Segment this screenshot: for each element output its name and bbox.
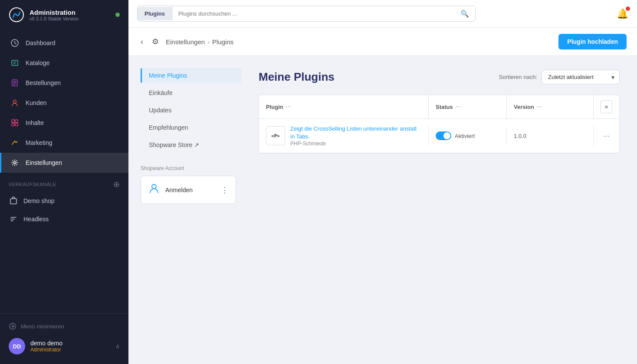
col-dots-version: ··· bbox=[537, 104, 542, 110]
panel-title: Meine Plugins bbox=[259, 70, 335, 84]
account-card: Anmelden ⋮ bbox=[141, 176, 236, 204]
inhalte-icon bbox=[10, 118, 20, 128]
plugin-name[interactable]: Zeigt die CrossSelling Listen untereinan… bbox=[290, 125, 421, 141]
col-dots-plugin: ··· bbox=[286, 104, 292, 110]
breadcrumb-parent[interactable]: Einstellungen bbox=[166, 38, 205, 46]
sidebar-item-bestellungen[interactable]: Bestellungen bbox=[0, 73, 128, 93]
version-text: 1.0.0 bbox=[514, 133, 526, 139]
left-nav-einkaufe[interactable]: Einkäufe bbox=[141, 85, 241, 100]
breadcrumb-current: Plugins bbox=[212, 38, 233, 46]
minimize-label: Menü minimieren bbox=[21, 323, 64, 330]
shopware-account-section: Shopware Account Anmelden ⋮ bbox=[141, 165, 241, 204]
sort-row: Sortieren nach: Zuletzt aktualisiert Nam… bbox=[499, 70, 620, 84]
sidebar-item-headless[interactable]: Headless bbox=[0, 210, 128, 228]
status-cell: Aktiviert bbox=[428, 125, 506, 146]
notification-badge bbox=[626, 7, 630, 11]
upload-plugin-button[interactable]: Plugin hochladen bbox=[558, 34, 627, 49]
sidebar-item-demo-shop[interactable]: Demo shop bbox=[0, 192, 128, 210]
app-version: v6.3.1.0 Stable Version bbox=[30, 16, 79, 21]
account-menu-btn[interactable]: ⋮ bbox=[221, 185, 229, 195]
notifications-bell[interactable]: 🔔 bbox=[617, 8, 628, 20]
sort-label: Sortieren nach: bbox=[499, 74, 537, 80]
search-input[interactable] bbox=[172, 7, 454, 20]
sidebar-footer: Menü minimieren DD demo demo Administrat… bbox=[0, 313, 128, 364]
app-name: Administration bbox=[30, 9, 79, 16]
plugin-cell: <P> Zeigt die CrossSelling Listen untere… bbox=[259, 119, 428, 153]
content-area: Meine Plugins Einkäufe Updates Empfehlun… bbox=[128, 56, 637, 364]
col-header-status: Status ··· bbox=[428, 95, 506, 118]
page-header: ‹ ⚙ Einstellungen › Plugins Plugin hochl… bbox=[128, 28, 637, 56]
demo-shop-icon bbox=[9, 196, 18, 206]
svg-rect-2 bbox=[12, 60, 18, 66]
sort-select[interactable]: Zuletzt aktualisiert Name Status Version bbox=[542, 70, 620, 84]
left-nav-updates[interactable]: Updates bbox=[141, 103, 241, 118]
kataloge-icon bbox=[10, 58, 20, 68]
svg-rect-8 bbox=[15, 123, 18, 126]
col-header-actions: ≡ bbox=[593, 95, 619, 118]
search-tab-label[interactable]: Plugins bbox=[138, 7, 172, 20]
headless-label: Headless bbox=[23, 216, 49, 223]
sidebar-item-dashboard-label: Dashboard bbox=[26, 39, 56, 46]
bestellungen-icon bbox=[10, 78, 20, 88]
sidebar: Administration v6.3.1.0 Stable Version D… bbox=[0, 0, 128, 364]
dashboard-icon bbox=[10, 38, 20, 48]
row-actions-cell: ··· bbox=[593, 125, 619, 147]
user-avatar: DD bbox=[9, 338, 25, 354]
account-login-label[interactable]: Anmelden bbox=[165, 187, 193, 193]
toggle-row: Aktiviert bbox=[436, 131, 475, 140]
sidebar-item-bestellungen-label: Bestellungen bbox=[26, 79, 61, 86]
col-header-plugin: Plugin ··· bbox=[259, 95, 428, 118]
status-indicator bbox=[115, 13, 120, 17]
main-nav: Dashboard Kataloge Bestellungen Kunden I… bbox=[0, 30, 128, 313]
sidebar-item-marketing[interactable]: Marketing bbox=[0, 133, 128, 153]
user-role: Administrator bbox=[30, 347, 62, 353]
left-nav-meine-plugins[interactable]: Meine Plugins bbox=[141, 68, 241, 83]
kunden-icon bbox=[10, 98, 20, 108]
minimize-menu-btn[interactable]: Menü minimieren bbox=[9, 319, 120, 334]
svg-rect-6 bbox=[15, 120, 18, 122]
row-menu-btn[interactable]: ··· bbox=[603, 131, 610, 141]
sidebar-item-inhalte[interactable]: Inhalte bbox=[0, 113, 128, 133]
plugin-info: <P> Zeigt die CrossSelling Listen untere… bbox=[266, 125, 421, 147]
main-content: Plugins 🔍 🔔 ‹ ⚙ Einstellungen › Plugins … bbox=[128, 0, 637, 364]
svg-point-9 bbox=[14, 162, 16, 164]
settings-button[interactable]: ⚙ bbox=[150, 35, 161, 48]
left-nav-shopware-store[interactable]: Shopware Store ↗ bbox=[141, 138, 241, 152]
left-nav-empfehlungen[interactable]: Empfehlungen bbox=[141, 120, 241, 135]
sales-channels-section: Verkaufskanäle ⊕ bbox=[0, 173, 128, 192]
sales-channels-label: Verkaufskanäle bbox=[9, 182, 56, 187]
sidebar-header: Administration v6.3.1.0 Stable Version bbox=[0, 0, 128, 30]
version-cell: 1.0.0 bbox=[506, 127, 593, 145]
sidebar-item-einstellungen[interactable]: Einstellungen bbox=[0, 153, 128, 173]
sidebar-item-inhalte-label: Inhalte bbox=[26, 119, 44, 126]
user-info: demo demo Administrator bbox=[30, 340, 62, 353]
sidebar-item-einstellungen-label: Einstellungen bbox=[26, 159, 62, 166]
marketing-icon bbox=[10, 138, 20, 148]
table-header: Plugin ··· Status ··· Version ··· ≡ bbox=[259, 95, 619, 119]
sidebar-item-kunden[interactable]: Kunden bbox=[0, 93, 128, 113]
sidebar-item-kataloge-label: Kataloge bbox=[26, 59, 49, 66]
status-label: Aktiviert bbox=[455, 133, 475, 139]
user-chevron-icon: ∧ bbox=[115, 343, 120, 350]
app-title-block: Administration v6.3.1.0 Stable Version bbox=[30, 9, 79, 21]
sidebar-item-dashboard[interactable]: Dashboard bbox=[0, 33, 128, 53]
status-toggle[interactable] bbox=[436, 131, 451, 140]
user-name: demo demo bbox=[30, 340, 62, 347]
search-submit-btn[interactable]: 🔍 bbox=[454, 6, 475, 21]
plugin-table: Plugin ··· Status ··· Version ··· ≡ bbox=[259, 95, 620, 154]
einstellungen-icon bbox=[10, 158, 20, 167]
table-row: <P> Zeigt die CrossSelling Listen untere… bbox=[259, 119, 619, 153]
add-sales-channel-btn[interactable]: ⊕ bbox=[113, 180, 120, 189]
user-block[interactable]: DD demo demo Administrator ∧ bbox=[9, 334, 120, 359]
table-columns-btn[interactable]: ≡ bbox=[601, 100, 612, 113]
svg-point-12 bbox=[152, 184, 156, 189]
back-button[interactable]: ‹ bbox=[139, 36, 145, 48]
panel-title-row: Meine Plugins Sortieren nach: Zuletzt ak… bbox=[259, 70, 620, 84]
sidebar-item-kataloge[interactable]: Kataloge bbox=[0, 53, 128, 73]
col-header-version: Version ··· bbox=[506, 95, 593, 118]
search-bar: Plugins 🔍 bbox=[137, 6, 476, 22]
main-panel: Meine Plugins Sortieren nach: Zuletzt ak… bbox=[241, 56, 637, 364]
plugin-vendor: PHP-Schmiede bbox=[290, 141, 421, 147]
toggle-knob bbox=[443, 132, 450, 139]
plugin-logo: <P> bbox=[266, 126, 285, 145]
